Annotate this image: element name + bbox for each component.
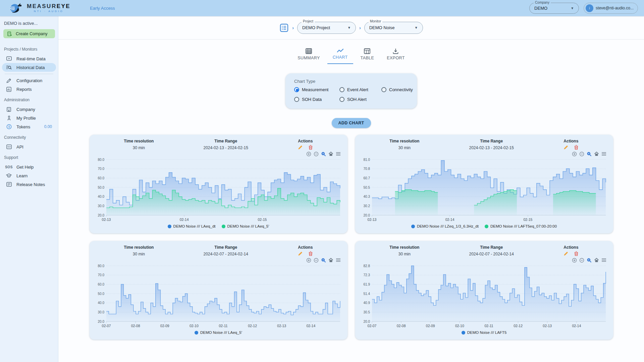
svg-text:02-07: 02-07 [102,324,111,328]
box-zoom-icon[interactable] [587,257,592,263]
sidebar-item-get-help[interactable]: SOS Get Help [2,163,56,171]
sidebar-item-learn[interactable]: Learn [2,171,56,180]
chart-legend: DEMO Noise /// LAeq_5' [94,329,343,336]
legend-dot [168,225,171,228]
svg-text:30.0: 30.0 [98,310,104,314]
sidebar-item-api[interactable]: API [2,142,56,151]
zoom-out-icon[interactable] [314,257,319,263]
edit-chart-button[interactable] [298,145,303,150]
svg-text:50.0: 50.0 [98,186,104,189]
sidebar-item-realtime-data[interactable]: Real-time Data [2,54,56,63]
top-bar: MEASUREYE NTI · AUDIO Early Access Compa… [0,0,644,16]
reset-home-icon[interactable] [594,151,599,157]
chart-plot-area[interactable]: 81.070.860.750.540.330.220.002-1302-1402… [360,157,608,223]
zoom-out-icon[interactable] [314,151,319,157]
delete-chart-button[interactable] [574,251,579,256]
legend-item[interactable]: DEMO Noise /// LZeq_1/3_6.3Hz_dt [411,224,479,228]
reset-home-icon[interactable] [328,257,333,263]
legend-item[interactable]: DEMO Noise /// LAeq_5' [195,330,242,335]
tab-chart[interactable]: CHART [327,46,353,64]
delete-chart-button[interactable] [308,251,313,256]
edit-chart-button[interactable] [298,251,303,256]
radio-soh-alert[interactable]: SOH Alert [339,97,381,102]
delete-chart-button[interactable] [574,145,579,150]
tab-table[interactable]: TABLE [355,46,380,64]
time-range-title: Time Range [183,245,268,250]
zoom-out-icon[interactable] [579,257,584,263]
chart-card: Time resolution 30 min Time Range 2024-0… [355,135,613,233]
actions-title: Actions [268,245,342,250]
legend-item[interactable]: DEMO Noise /// LAFT5 [462,330,507,335]
radio-measurement[interactable]: Measurement [294,87,339,92]
radio-connectivity[interactable]: Connectivity [381,87,413,92]
menu-icon[interactable] [601,151,606,157]
svg-text:02-13: 02-13 [277,324,286,328]
zoom-in-icon[interactable] [306,257,311,263]
reset-home-icon[interactable] [594,257,599,263]
chart-type-title: Chart Type [294,79,408,84]
svg-text:50.0: 50.0 [98,292,104,296]
time-range-block: Time Range 2024-02-07 - 2024-02-14 [449,245,534,256]
actions-block: Actions [534,139,608,150]
legend-item[interactable]: DEMO Noise /// LAFT5eq_07:00-20:00 [485,224,557,228]
sos-icon: SOS [6,165,12,169]
project-select-label: Project [302,19,315,23]
sidebar-item-configuration[interactable]: Configuration [2,76,56,85]
tab-summary[interactable]: SUMMARY [292,46,325,64]
box-zoom-icon[interactable] [587,151,592,157]
company-select[interactable]: Company DEMO ▼ [529,3,579,14]
zoom-in-icon[interactable] [572,151,577,157]
view-tabs: SUMMARY CHART TABLE EXPORT [58,46,644,64]
time-resolution-block: Time resolution 30 min [94,139,184,150]
time-resolution-title: Time resolution [360,245,449,250]
plot-modebar [360,151,608,157]
menu-icon[interactable] [336,257,341,263]
brand-subtitle: NTI · AUDIO [27,10,70,13]
legend-item[interactable]: DEMO Noise /// LAeq_5' [222,224,269,228]
user-account-chip[interactable]: i steve@nti-audio.co... [584,3,638,14]
sidebar-item-reports[interactable]: Reports [2,85,56,94]
chart-plot-area[interactable]: 80.070.060.050.040.030.020.002-1302-1402… [94,157,343,223]
actions-title: Actions [534,139,608,143]
sidebar-item-historical-data[interactable]: Historical Data [2,63,56,72]
menu-icon[interactable] [601,257,606,263]
tab-export[interactable]: EXPORT [381,46,410,64]
box-zoom-icon[interactable] [321,257,326,263]
svg-text:20.0: 20.0 [98,320,104,323]
zoom-in-icon[interactable] [306,151,311,157]
time-resolution-title: Time resolution [94,245,184,250]
radio-event-alert[interactable]: Event Alert [339,87,381,92]
chart-plot-area[interactable]: 82.872.361.951.440.930.520.002-0702-0802… [360,263,608,329]
svg-text:02-14: 02-14 [445,218,454,222]
zoom-out-icon[interactable] [579,151,584,157]
time-range-block: Time Range 2024-02-13 - 2024-02-15 [449,139,534,150]
sidebar-item-release-notes[interactable]: Release Notes [2,180,56,189]
sidebar-item-my-profile[interactable]: My Profile [2,114,56,122]
sidebar-item-company[interactable]: Company [2,105,56,114]
status-text: DEMO is active... [0,20,58,29]
chart-legend: DEMO Noise /// LZeq_1/3_6.3Hz_dtDEMO Noi… [360,223,608,229]
monitor-select[interactable]: Monitor DEMO Noise ▼ [364,22,423,34]
radio-soh-data[interactable]: SOH Data [294,97,339,102]
legend-item[interactable]: DEMO Noise /// LAeq_dt [168,224,216,228]
add-chart-button[interactable]: ADD CHART [332,118,371,128]
radio-dot [339,97,344,102]
sidebar-item-tokens[interactable]: $ Tokens 0.00 [2,122,56,131]
zoom-in-icon[interactable] [572,257,577,263]
box-zoom-icon[interactable] [321,151,326,157]
edit-chart-button[interactable] [564,145,569,150]
svg-text:02-08: 02-08 [131,324,140,328]
project-list-icon[interactable] [279,23,289,33]
chart-plot-area[interactable]: 80.070.060.050.040.030.020.002-0702-0802… [94,263,343,329]
menu-icon[interactable] [336,151,341,157]
time-range-value: 2024-02-07 - 2024-02-14 [183,252,268,256]
project-select[interactable]: Project DEMO Project ▼ [297,22,356,34]
reset-home-icon[interactable] [328,151,333,157]
delete-chart-button[interactable] [308,145,313,150]
actions-title: Actions [268,139,342,143]
edit-chart-button[interactable] [564,251,569,256]
svg-text:02-09: 02-09 [160,324,169,328]
create-company-button[interactable]: Create Company [3,29,55,38]
time-range-value: 2024-02-13 - 2024-02-15 [183,145,268,150]
chevron-right-icon: › [359,25,361,31]
